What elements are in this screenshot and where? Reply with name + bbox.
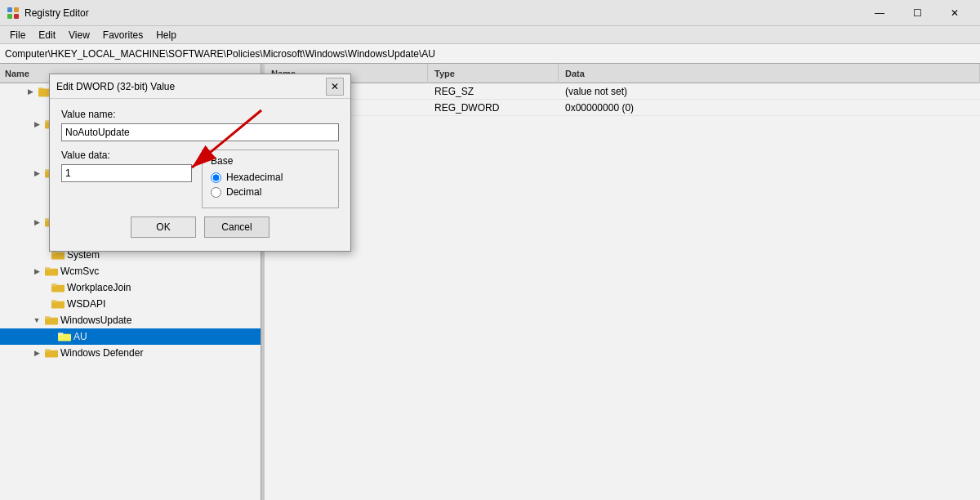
dialog-title-bar: Edit DWORD (32-bit) Value ✕ — [50, 74, 350, 99]
base-label: Base — [211, 155, 330, 167]
hex-label: Hexadecimal — [226, 172, 283, 183]
dec-label: Decimal — [226, 186, 261, 198]
dialog-close-button[interactable]: ✕ — [326, 78, 344, 96]
base-group: Base Hexadecimal Decimal — [202, 150, 339, 208]
dialog-title-text: Edit DWORD (32-bit) Value — [56, 81, 175, 92]
value-data-input[interactable] — [61, 164, 192, 182]
ok-button[interactable]: OK — [131, 217, 196, 238]
dialog-body: Value name: Value data: Base Hexadecimal… — [50, 99, 350, 251]
value-data-group: Value data: — [61, 150, 192, 208]
dec-radio-row[interactable]: Decimal — [211, 186, 330, 198]
edit-dword-dialog: Edit DWORD (32-bit) Value ✕ Value name: … — [49, 74, 351, 252]
hex-radio-row[interactable]: Hexadecimal — [211, 172, 330, 183]
value-name-input[interactable] — [61, 123, 339, 141]
value-name-label: Value name: — [61, 109, 339, 120]
dialog-data-row: Value data: Base Hexadecimal Decimal — [61, 150, 339, 208]
hex-radio[interactable] — [211, 172, 221, 183]
dec-radio[interactable] — [211, 187, 221, 198]
cancel-button[interactable]: Cancel — [204, 217, 270, 238]
value-data-label: Value data: — [61, 150, 192, 161]
dialog-buttons: OK Cancel — [61, 217, 339, 241]
